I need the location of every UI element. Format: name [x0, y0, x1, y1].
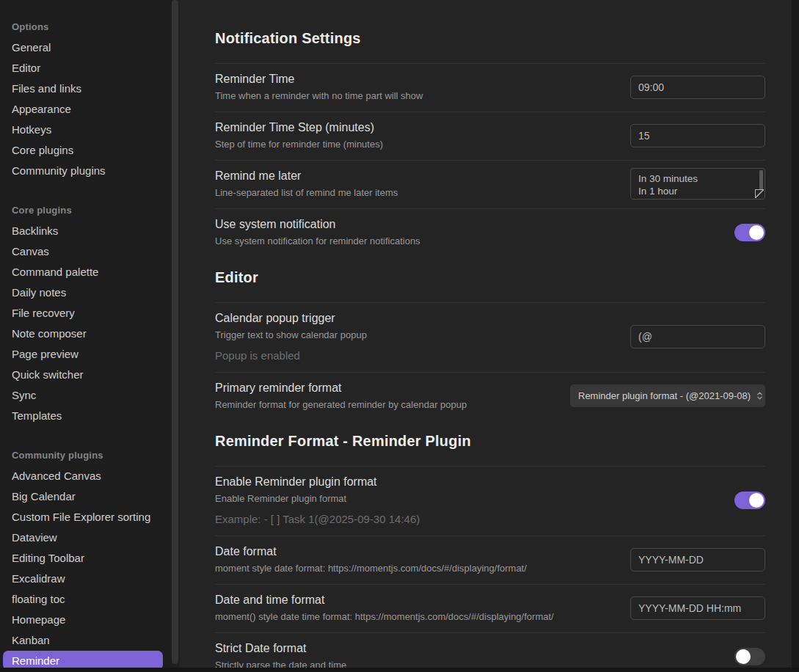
datetime-format-input[interactable] — [630, 596, 765, 620]
sidebar-item-floating-toc[interactable]: floating toc — [0, 588, 170, 609]
setting-info: Reminder Time Time when a reminder with … — [215, 71, 423, 103]
remind-me-later-field: In 30 minutes In 1 hour — [630, 168, 765, 200]
sidebar-section-core-plugins: Core plugins Backlinks Canvas Command pa… — [0, 200, 170, 426]
primary-reminder-format-select[interactable]: Reminder plugin format - (@2021-09-08) — [570, 384, 765, 407]
sidebar-item-editor[interactable]: Editor — [0, 57, 170, 78]
setting-row-datetime-format: Date and time format moment() style date… — [215, 585, 765, 633]
setting-row-strict-date-format: Strict Date format Strictly parse the da… — [215, 633, 765, 672]
sidebar-item-quick-switcher[interactable]: Quick switcher — [0, 364, 170, 384]
toggle-knob — [749, 225, 764, 240]
remind-me-later-textarea[interactable]: In 30 minutes In 1 hour — [630, 168, 765, 200]
time-step-input[interactable] — [630, 124, 765, 147]
reminder-time-input[interactable] — [630, 76, 765, 99]
sidebar-item-daily-notes[interactable]: Daily notes — [0, 282, 170, 302]
setting-info: Primary reminder format Reminder format … — [215, 380, 467, 412]
setting-desc: moment() style date time format: https:/… — [215, 610, 554, 624]
setting-info: Remind me later Line-separated list of r… — [215, 168, 398, 200]
setting-name: Use system notification — [215, 216, 420, 233]
textarea-scrollbar-thumb[interactable] — [759, 170, 763, 190]
setting-name: Date and time format — [215, 592, 554, 608]
sidebar-item-command-palette[interactable]: Command palette — [0, 261, 170, 282]
sidebar-section-header: Options — [0, 16, 170, 37]
setting-row-date-format: Date format moment style date format: ht… — [215, 536, 765, 585]
setting-name: Primary reminder format — [215, 380, 467, 396]
toggle-knob — [749, 493, 764, 508]
setting-desc: Line-separated list of remind me later i… — [215, 186, 398, 200]
sidebar-item-backlinks[interactable]: Backlinks — [0, 220, 170, 241]
sidebar-item-advanced-canvas[interactable]: Advanced Canvas — [0, 465, 170, 486]
content-scrollbar[interactable] — [792, 0, 799, 672]
strict-date-format-toggle[interactable] — [734, 648, 765, 665]
sidebar-section-header: Core plugins — [0, 200, 170, 220]
settings-window: Options General Editor Files and links A… — [0, 0, 799, 672]
sidebar-item-editing-toolbar[interactable]: Editing Toolbar — [0, 547, 170, 568]
setting-note: Popup is enabled — [215, 348, 367, 363]
setting-info: Calendar popup trigger Trigger text to s… — [215, 310, 367, 363]
sidebar-item-custom-file-explorer-sorting[interactable]: Custom File Explorer sorting — [0, 506, 170, 527]
setting-row-remind-me-later: Remind me later Line-separated list of r… — [215, 161, 765, 209]
sidebar-item-homepage[interactable]: Homepage — [0, 609, 170, 629]
sidebar-item-community-plugins[interactable]: Community plugins — [0, 160, 170, 180]
sidebar-item-canvas[interactable]: Canvas — [0, 241, 170, 261]
window-bottom-edge — [0, 668, 799, 672]
setting-info: Enable Reminder plugin format Enable Rem… — [215, 474, 420, 527]
sidebar-item-files-and-links[interactable]: Files and links — [0, 78, 170, 98]
setting-name: Strict Date format — [215, 640, 346, 657]
setting-info: Date format moment style date format: ht… — [215, 544, 527, 575]
setting-info: Use system notification Use system notif… — [215, 216, 420, 248]
settings-content: Notification Settings Reminder Time Time… — [180, 0, 799, 672]
sidebar-item-core-plugins[interactable]: Core plugins — [0, 139, 170, 160]
setting-row-calendar-popup-trigger: Calendar popup trigger Trigger text to s… — [215, 303, 765, 373]
setting-row-reminder-time: Reminder Time Time when a reminder with … — [215, 64, 765, 112]
setting-desc: Reminder format for generated reminder b… — [215, 398, 467, 412]
calendar-popup-trigger-input[interactable] — [630, 325, 765, 348]
date-format-input[interactable] — [630, 548, 765, 571]
enable-plugin-format-toggle[interactable] — [734, 492, 765, 509]
sidebar-item-sync[interactable]: Sync — [0, 384, 170, 405]
sidebar-scrollbar-thumb[interactable] — [172, 0, 178, 664]
setting-desc: Enable Reminder plugin format — [215, 492, 420, 505]
use-system-notification-toggle[interactable] — [734, 224, 765, 241]
select-value: Reminder plugin format - (@2021-09-08) — [578, 390, 751, 401]
sidebar-scrollbar[interactable] — [170, 0, 180, 672]
settings-sidebar: Options General Editor Files and links A… — [0, 0, 170, 672]
sidebar-item-templates[interactable]: Templates — [0, 405, 170, 426]
setting-name: Calendar popup trigger — [215, 310, 367, 326]
heading-editor: Editor — [215, 267, 765, 303]
heading-notification-settings: Notification Settings — [215, 28, 765, 64]
setting-row-use-system-notification: Use system notification Use system notif… — [215, 209, 765, 257]
setting-name: Enable Reminder plugin format — [215, 474, 420, 490]
setting-desc: Use system notification for reminder not… — [215, 235, 420, 248]
setting-name: Reminder Time — [215, 71, 423, 87]
sidebar-item-general[interactable]: General — [0, 37, 170, 57]
setting-name: Remind me later — [215, 168, 398, 184]
heading-reminder-format: Reminder Format - Reminder Plugin — [215, 431, 765, 467]
sidebar-section-header: Community plugins — [0, 445, 170, 465]
setting-row-enable-plugin-format: Enable Reminder plugin format Enable Rem… — [215, 467, 765, 536]
sidebar-item-kanban[interactable]: Kanban — [0, 629, 170, 650]
setting-row-time-step: Reminder Time Step (minutes) Step of tim… — [215, 112, 765, 161]
sidebar-section-community-plugins: Community plugins Advanced Canvas Big Ca… — [0, 445, 170, 670]
sidebar-item-hotkeys[interactable]: Hotkeys — [0, 119, 170, 139]
sidebar-item-appearance[interactable]: Appearance — [0, 98, 170, 119]
setting-name: Date format — [215, 544, 527, 560]
sidebar-item-big-calendar[interactable]: Big Calendar — [0, 486, 170, 506]
sidebar-item-dataview[interactable]: Dataview — [0, 527, 170, 547]
chevrons-up-down-icon — [755, 391, 765, 401]
setting-info: Reminder Time Step (minutes) Step of tim… — [215, 120, 383, 151]
setting-note: Example: - [ ] Task 1(@2025-09-30 14:46) — [215, 512, 420, 527]
sidebar-section-options: Options General Editor Files and links A… — [0, 16, 170, 180]
sidebar-item-excalidraw[interactable]: Excalidraw — [0, 568, 170, 588]
toggle-knob — [736, 649, 751, 664]
setting-row-primary-reminder-format: Primary reminder format Reminder format … — [215, 373, 765, 420]
setting-desc: Time when a reminder with no time part w… — [215, 90, 423, 103]
sidebar-item-file-recovery[interactable]: File recovery — [0, 302, 170, 323]
sidebar-item-page-preview[interactable]: Page preview — [0, 343, 170, 364]
setting-name: Reminder Time Step (minutes) — [215, 120, 383, 136]
setting-desc: Step of time for reminder time (minutes) — [215, 138, 383, 151]
setting-info: Date and time format moment() style date… — [215, 592, 554, 624]
textarea-resize-handle[interactable] — [755, 189, 764, 198]
sidebar-item-note-composer[interactable]: Note composer — [0, 323, 170, 343]
setting-desc: moment style date format: https://moment… — [215, 562, 527, 575]
setting-desc: Trigger text to show calendar popup — [215, 329, 367, 342]
